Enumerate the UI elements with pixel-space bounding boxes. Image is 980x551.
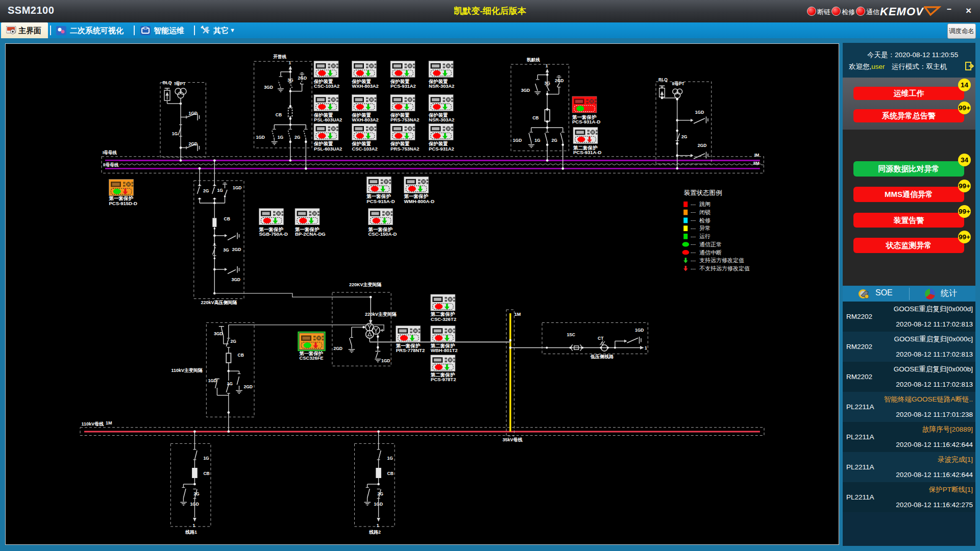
- svg-text:PSL-603UA2: PSL-603UA2: [314, 146, 342, 152]
- svg-text:2G: 2G: [193, 491, 200, 496]
- svg-text:通信正常: 通信正常: [699, 241, 722, 247]
- svg-text:PRS-778NT2: PRS-778NT2: [396, 347, 425, 353]
- svg-text:2G: 2G: [552, 138, 558, 143]
- svg-text:1G: 1G: [387, 456, 394, 461]
- svg-text:CSC-103A2: CSC-103A2: [314, 84, 339, 89]
- svg-text:保护装置: 保护装置: [313, 112, 333, 118]
- svg-text:35kV母线: 35kV母线: [503, 437, 523, 442]
- svg-text:PCS-931A2: PCS-931A2: [429, 146, 454, 152]
- svg-text:运行: 运行: [699, 233, 710, 239]
- svg-text:1GD: 1GD: [208, 379, 217, 383]
- svg-text:低压侧线路: 低压侧线路: [590, 354, 614, 359]
- svg-text:220kV高压侧间隔: 220kV高压侧间隔: [201, 300, 237, 305]
- svg-text:1: 1: [288, 60, 291, 65]
- svg-text:2GD: 2GD: [189, 141, 198, 146]
- svg-text:IIM: IIM: [753, 161, 760, 166]
- svg-text:WXH-803A2: WXH-803A2: [352, 117, 379, 122]
- svg-text:线路2: 线路2: [369, 530, 381, 535]
- svg-text:3GD: 3GD: [232, 277, 240, 282]
- svg-text:---: ---: [691, 241, 696, 247]
- svg-text:110kV主变间隔: 110kV主变间隔: [171, 367, 203, 373]
- svg-text:3GD: 3GD: [521, 88, 530, 93]
- svg-text:2GD: 2GD: [334, 346, 342, 351]
- svg-text:PRS-753NA2: PRS-753NA2: [390, 117, 419, 122]
- svg-text:2G: 2G: [231, 339, 237, 344]
- svg-text:不支持远方修改定值: 不支持远方修改定值: [699, 265, 750, 271]
- svg-text:1GD: 1GD: [513, 138, 522, 143]
- svg-text:2GD: 2GD: [298, 76, 307, 81]
- svg-text:保护装置: 保护装置: [390, 79, 410, 84]
- svg-text:---: ---: [691, 234, 696, 239]
- svg-text:CSC-150A-D: CSC-150A-D: [369, 231, 397, 237]
- svg-text:凯默线: 凯默线: [527, 57, 540, 62]
- svg-text:IM: IM: [754, 153, 759, 158]
- svg-text:2GD: 2GD: [555, 78, 564, 83]
- svg-text:第一套保护: 第一套保护: [299, 350, 323, 356]
- svg-text:II母PT: II母PT: [672, 81, 685, 86]
- svg-text:---: ---: [691, 249, 696, 255]
- svg-text:I母母线: I母母线: [103, 150, 117, 155]
- svg-text:1G: 1G: [278, 135, 284, 140]
- svg-text:装置状态图例: 装置状态图例: [684, 189, 722, 196]
- svg-text:1M: 1M: [514, 312, 521, 317]
- svg-text:2GD: 2GD: [698, 143, 706, 148]
- svg-text:3G: 3G: [545, 81, 551, 86]
- svg-text:1M: 1M: [106, 420, 112, 425]
- svg-text:通信中断: 通信中断: [699, 249, 722, 256]
- svg-text:1GD: 1GD: [233, 185, 241, 190]
- svg-text:1GD: 1GD: [381, 358, 390, 363]
- svg-text:II母母线: II母母线: [103, 162, 119, 167]
- svg-text:1G: 1G: [203, 456, 209, 461]
- svg-text:保护装置: 保护装置: [352, 79, 372, 84]
- svg-text:1: 1: [377, 523, 379, 528]
- svg-text:1GD: 1GD: [189, 111, 198, 116]
- svg-text:支持远方修改定值: 支持远方修改定值: [699, 257, 744, 263]
- svg-text:1G: 1G: [217, 188, 224, 193]
- svg-text:WMH-800A-D: WMH-800A-D: [404, 198, 435, 204]
- svg-text:闭锁: 闭锁: [699, 209, 710, 215]
- svg-text:CSC326FE: CSC326FE: [300, 356, 324, 361]
- svg-text:---: ---: [691, 258, 696, 263]
- svg-text:1: 1: [546, 63, 548, 68]
- svg-text:1GD: 1GD: [695, 110, 704, 115]
- svg-text:CSC-326T2: CSC-326T2: [431, 316, 456, 322]
- svg-text:PRS-753NA2: PRS-753NA2: [390, 146, 419, 152]
- svg-text:2G: 2G: [681, 134, 688, 139]
- svg-text:检修: 检修: [699, 217, 710, 223]
- svg-text:CB: CB: [532, 115, 538, 120]
- svg-text:---: ---: [691, 202, 696, 207]
- svg-text:PCS-931A-D: PCS-931A-D: [572, 119, 601, 124]
- svg-text:---: ---: [691, 217, 696, 223]
- svg-text:BP-2CNA-DG: BP-2CNA-DG: [295, 231, 326, 237]
- svg-text:BLQ: BLQ: [658, 77, 668, 82]
- svg-text:SGB-750A-D: SGB-750A-D: [259, 231, 288, 237]
- svg-text:---: ---: [691, 226, 696, 231]
- svg-text:1G: 1G: [172, 131, 178, 136]
- svg-text:WXH-803A2: WXH-803A2: [352, 84, 379, 89]
- svg-text:---: ---: [691, 266, 696, 271]
- svg-text:2G: 2G: [295, 135, 301, 140]
- svg-text:CB: CB: [387, 471, 394, 476]
- svg-text:BLQ: BLQ: [163, 80, 172, 85]
- svg-text:CB: CB: [224, 216, 230, 221]
- svg-text:CB: CB: [238, 353, 244, 358]
- svg-text:PSL-603UA2: PSL-603UA2: [314, 117, 342, 122]
- svg-text:3G: 3G: [287, 78, 293, 83]
- svg-text:3GD: 3GD: [264, 85, 273, 90]
- svg-text:CB: CB: [276, 112, 282, 117]
- svg-text:CT: CT: [598, 336, 604, 341]
- svg-text:PCS-931A2: PCS-931A2: [390, 84, 416, 89]
- svg-text:保护装置: 保护装置: [390, 112, 410, 118]
- svg-text:2G: 2G: [203, 188, 209, 193]
- svg-text:1SC: 1SC: [567, 332, 575, 337]
- svg-text:CSC-103A2: CSC-103A2: [352, 146, 378, 152]
- svg-text:1G: 1G: [534, 138, 541, 143]
- svg-text:1: 1: [193, 523, 195, 528]
- svg-text:跳闸: 跳闸: [699, 201, 710, 207]
- svg-text:NSR-303A2: NSR-303A2: [429, 117, 454, 122]
- svg-text:保护装置: 保护装置: [313, 141, 333, 146]
- svg-text:PCS-915A-D: PCS-915A-D: [366, 198, 395, 204]
- svg-text:开普线: 开普线: [273, 54, 286, 59]
- svg-text:PCS-931A-D: PCS-931A-D: [573, 149, 602, 155]
- svg-text:保护装置: 保护装置: [428, 79, 448, 84]
